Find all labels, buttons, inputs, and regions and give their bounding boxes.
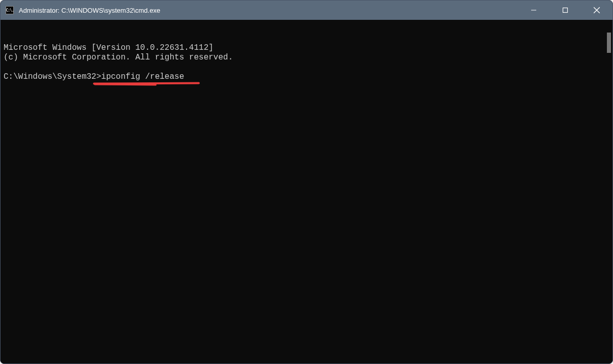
cmd-window: C:\. Administrator: C:\WINDOWS\system32\…: [0, 0, 613, 364]
command-input[interactable]: ipconfig /release: [101, 72, 184, 81]
terminal-content: Microsoft Windows [Version 10.0.22631.41…: [4, 43, 609, 111]
scrollbar-track[interactable]: [605, 20, 612, 361]
copyright-line: (c) Microsoft Corporation. All rights re…: [4, 53, 233, 62]
maximize-button[interactable]: [549, 1, 581, 20]
svg-rect-1: [563, 8, 568, 13]
titlebar[interactable]: C:\. Administrator: C:\WINDOWS\system32\…: [1, 1, 612, 20]
underline-annotation-2: [94, 84, 157, 86]
prompt: C:\Windows\System32>: [4, 72, 101, 81]
window-title: Administrator: C:\WINDOWS\system32\cmd.e…: [19, 7, 518, 14]
minimize-button[interactable]: [518, 1, 549, 20]
terminal-body[interactable]: Microsoft Windows [Version 10.0.22631.41…: [1, 20, 612, 363]
window-controls: [518, 1, 612, 20]
minimize-icon: [531, 7, 537, 13]
maximize-icon: [562, 7, 568, 13]
cmd-icon: C:\.: [6, 6, 14, 14]
scrollbar-thumb[interactable]: [607, 33, 611, 53]
version-line: Microsoft Windows [Version 10.0.22631.41…: [4, 43, 213, 52]
close-icon: [593, 7, 600, 14]
close-button[interactable]: [581, 1, 612, 20]
